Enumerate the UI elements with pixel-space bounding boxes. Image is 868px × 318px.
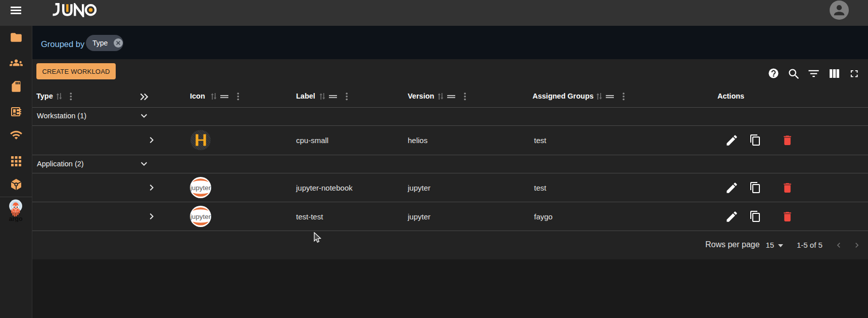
svg-text:jupyter: jupyter xyxy=(190,184,211,192)
svg-text:jupyter: jupyter xyxy=(190,213,211,220)
svg-text:argo: argo xyxy=(9,215,22,222)
